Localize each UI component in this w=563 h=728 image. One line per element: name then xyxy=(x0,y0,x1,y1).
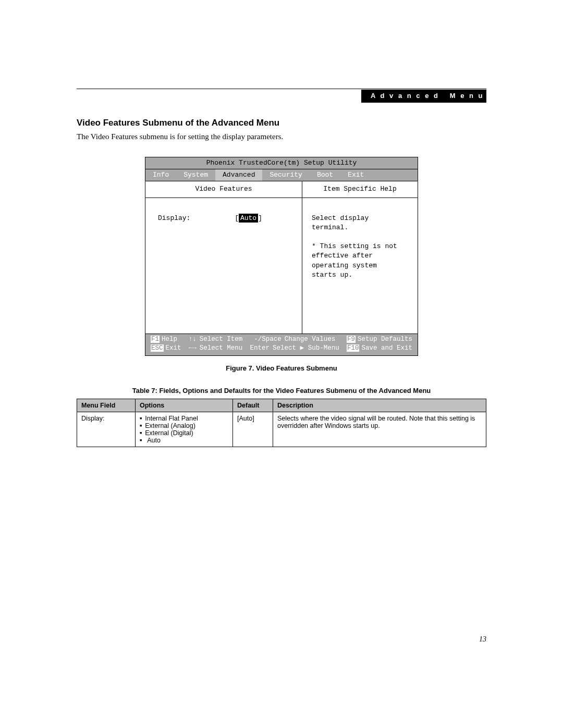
intro-text: The Video Features submenu is for settin… xyxy=(77,132,486,141)
bios-title: Phoenix TrustedCore(tm) Setup Utility xyxy=(145,157,418,169)
cell-description: Selects where the video signal will be r… xyxy=(273,412,486,447)
bios-key-select-menu: ←→Select Menu xyxy=(189,344,243,353)
bios-footer: F1Help ↑↓Select Item -/SpaceChange Value… xyxy=(145,334,418,355)
list-item: Internal Flat Panel xyxy=(140,415,228,422)
page-content: Video Features Submenu of the Advanced M… xyxy=(77,118,486,447)
document-page: A d v a n c e d M e n u Video Features S… xyxy=(0,0,563,728)
bios-tab-info[interactable]: Info xyxy=(145,169,176,181)
list-item: External (Analog) xyxy=(140,422,228,429)
bios-key-select-item: ↑↓Select Item xyxy=(189,335,243,344)
bios-tab-system[interactable]: System xyxy=(176,169,215,181)
cell-menu-field: Display: xyxy=(77,412,136,447)
col-options: Options xyxy=(136,399,233,412)
bios-key-change-values: -/SpaceChange Values xyxy=(254,335,335,344)
bios-setting-label: Display: xyxy=(158,214,190,223)
bios-help-text: Select display terminal. * This setting … xyxy=(302,198,418,334)
bios-help-header: Item Specific Help xyxy=(302,181,418,198)
options-list: Internal Flat Panel External (Analog) Ex… xyxy=(140,415,228,444)
figure-caption: Figure 7. Video Features Submenu xyxy=(77,364,486,372)
bios-setting-value: Auto xyxy=(239,214,258,223)
list-item: Auto xyxy=(140,437,228,444)
header-rule xyxy=(77,89,486,89)
bios-setting-value-wrapper: [Auto] xyxy=(235,214,262,223)
col-description: Description xyxy=(273,399,486,412)
bios-menu-bar: Info System Advanced Security Boot Exit xyxy=(145,169,418,181)
col-menu-field: Menu Field xyxy=(77,399,136,412)
bios-window: Phoenix TrustedCore(tm) Setup Utility In… xyxy=(145,157,418,356)
bios-footer-row-2: ESCExit ←→Select Menu EnterSelect ▶ Sub-… xyxy=(151,344,412,353)
options-table: Menu Field Options Default Description D… xyxy=(77,399,486,447)
table-caption: Table 7: Fields, Options and Defaults fo… xyxy=(77,387,486,394)
bios-tab-security[interactable]: Security xyxy=(262,169,309,181)
bios-tab-boot[interactable]: Boot xyxy=(310,169,340,181)
table-row: Display: Internal Flat Panel External (A… xyxy=(77,412,486,447)
col-default: Default xyxy=(233,399,273,412)
bios-help-pane: Item Specific Help Select display termin… xyxy=(302,181,418,333)
bios-settings-list: Display: [Auto] xyxy=(145,198,302,334)
bios-footer-row-1: F1Help ↑↓Select Item -/SpaceChange Value… xyxy=(151,335,412,344)
section-badge-text: A d v a n c e d M e n u xyxy=(371,92,484,100)
bios-key-select-submenu: EnterSelect ▶ Sub-Menu xyxy=(250,344,339,353)
bios-key-setup-defaults: F9Setup Defaults xyxy=(347,335,412,344)
table-header-row: Menu Field Options Default Description xyxy=(77,399,486,412)
arrows-up-down-icon: ↑↓ xyxy=(189,336,197,343)
section-badge: A d v a n c e d M e n u xyxy=(361,90,486,103)
bios-key-save-exit: F10Save and Exit xyxy=(347,344,412,353)
bios-tab-exit[interactable]: Exit xyxy=(340,169,371,181)
bios-setting-display[interactable]: Display: [Auto] xyxy=(158,214,262,223)
bios-settings-pane: Video Features Display: [Auto] xyxy=(145,181,302,333)
bios-body: Video Features Display: [Auto] Item Spec… xyxy=(145,181,418,333)
page-title: Video Features Submenu of the Advanced M… xyxy=(77,118,486,128)
bios-tab-advanced[interactable]: Advanced xyxy=(215,169,262,181)
arrows-left-right-icon: ←→ xyxy=(189,344,197,352)
list-item: External (Digital) xyxy=(140,429,228,437)
cell-default: [Auto] xyxy=(233,412,273,447)
bios-key-help: F1Help xyxy=(151,335,177,344)
bios-key-exit: ESCExit xyxy=(151,344,181,353)
bios-submenu-label: Video Features xyxy=(145,181,302,198)
page-number: 13 xyxy=(479,635,486,644)
bios-figure: Phoenix TrustedCore(tm) Setup Utility In… xyxy=(145,157,418,356)
cell-options: Internal Flat Panel External (Analog) Ex… xyxy=(136,412,233,447)
